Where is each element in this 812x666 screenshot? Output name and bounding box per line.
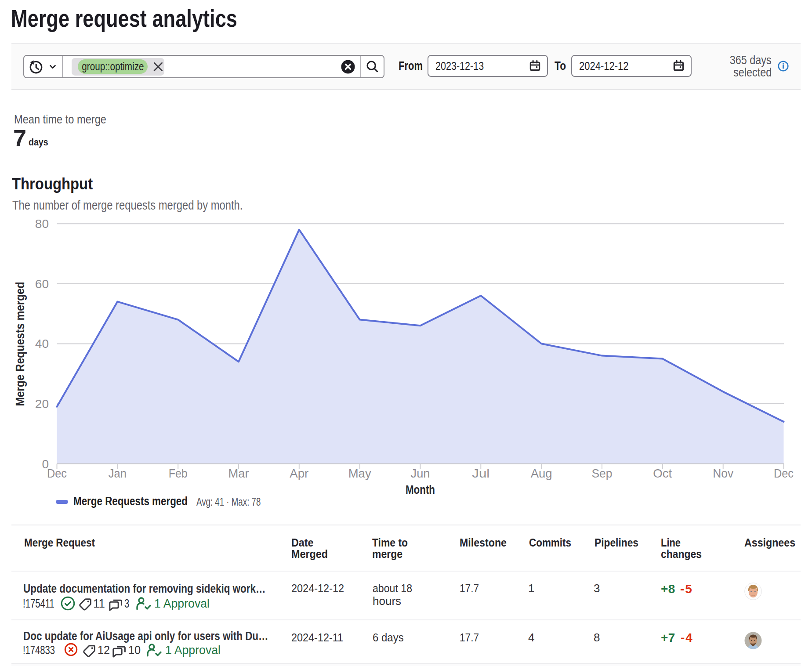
svg-text:80: 80 — [35, 217, 49, 231]
svg-text:Dec: Dec — [774, 467, 794, 480]
svg-text:40: 40 — [35, 337, 49, 351]
svg-text:Jun: Jun — [411, 467, 430, 480]
svg-text:May: May — [348, 467, 371, 480]
svg-text:Jul: Jul — [472, 467, 489, 480]
svg-text:Aug: Aug — [531, 467, 552, 480]
svg-text:Sep: Sep — [592, 467, 613, 480]
svg-text:Apr: Apr — [290, 467, 308, 480]
svg-text:Mar: Mar — [228, 467, 249, 480]
svg-text:Merge Requests merged: Merge Requests merged — [13, 282, 27, 406]
svg-text:Month: Month — [406, 483, 435, 496]
svg-text:Jan: Jan — [109, 467, 127, 480]
svg-text:20: 20 — [35, 397, 49, 411]
svg-text:60: 60 — [35, 277, 49, 291]
svg-text:Nov: Nov — [713, 467, 733, 480]
svg-text:Feb: Feb — [169, 467, 188, 480]
svg-text:Oct: Oct — [653, 467, 672, 480]
svg-text:Dec: Dec — [47, 467, 67, 480]
